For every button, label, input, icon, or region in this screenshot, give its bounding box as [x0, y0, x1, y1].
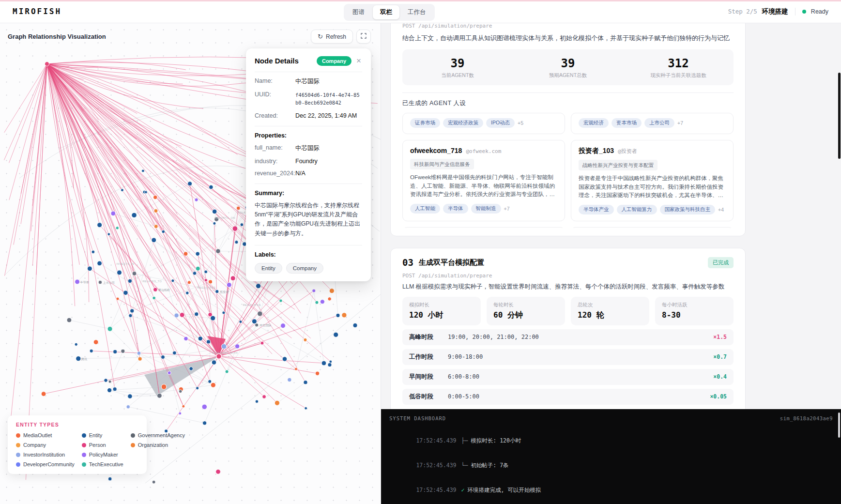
session-id: sim_8618a2043ae9 — [780, 415, 833, 421]
close-icon[interactable]: × — [355, 56, 362, 66]
step-indicator: Step 2/5 — [728, 8, 757, 15]
tag-chip: 资本市场 — [612, 118, 642, 128]
simulation-params: 模拟时长 120 小时 每轮时长 60 分钟 总轮次 120 轮 每小时活跃 8… — [402, 297, 734, 325]
agents-list[interactable]: 证券市场 宏观经济政策 IPO动态 +5 宏观经济 资本市场 上市公司 +7 — [402, 113, 734, 228]
agents-row-partial: 证券市场 宏观经济政策 IPO动态 +5 宏观经济 资本市场 上市公司 +7 — [402, 113, 734, 134]
tag-more: +5 — [518, 120, 523, 126]
node-type-badge: Company — [317, 56, 352, 66]
agent-card[interactable]: 证券市场 宏观经济政策 IPO动态 +5 — [402, 113, 565, 134]
terminal-scrollbar[interactable] — [838, 412, 840, 438]
tab-workbench[interactable]: 工作台 — [400, 5, 433, 19]
section-description: LLM 根据模拟需求与现实种子，智能设置世界时间流速、推荐算法、每个个体的活跃时… — [402, 283, 734, 291]
agent-generation-section: POST /api/simulation/prepare 结合上下文，自动调用工… — [390, 23, 746, 236]
tab-graph[interactable]: 图谱 — [345, 5, 372, 19]
param-hourly-active: 每小时活跃 8-30 — [655, 297, 734, 325]
legend-item-organization: Organization — [131, 442, 185, 448]
legend-item-company: Company — [16, 442, 75, 448]
terminal-header: SYSTEM DASHBOARD sim_8618a2043ae9 — [389, 415, 833, 421]
agent-card-tencent[interactable]: 腾讯_757 @腾讯 互联网科技公司，提供社交平台、数字内容、金融科技、云计算与… — [402, 227, 565, 228]
legend-item-investorinstitution: InvestorInstitution — [16, 452, 75, 458]
legend-item-policymaker: PolicyMaker — [82, 452, 123, 458]
tag-chip: 宏观经济政策 — [443, 118, 483, 128]
loading-accent-bar — [0, 0, 841, 1]
log-line: 17:52:45.439├─模拟时长: 120小时 — [389, 428, 833, 453]
top-bar: MIROFISH 图谱 双栏 工作台 Step 2/5 环境搭建 Ready — [0, 0, 841, 23]
detail-panel-content: POST /api/simulation/prepare 结合上下文，自动调用工… — [381, 23, 736, 433]
divider — [255, 183, 362, 184]
fullscreen-button[interactable] — [356, 30, 371, 44]
agent-stats: 39 当前AGENT数 39 预期AGENT总数 312 现实种子当前关联选题数 — [402, 49, 734, 85]
agent-handle: @投资者 — [618, 148, 637, 155]
agents-row-full: ofweekcom_718 @ofweek.com 科技新闻与产业信息服务 OF… — [402, 140, 734, 222]
field-created: Created: Dec 22, 2025, 1:49 AM — [255, 112, 362, 119]
summary-text: 中芯国际与摩尔线程合作，支持摩尔线程5nm“平湖”系列GPU的研发流片及产能合作… — [255, 201, 362, 239]
agent-card-ofweek[interactable]: ofweekcom_718 @ofweek.com 科技新闻与产业信息服务 OF… — [402, 140, 565, 222]
status-text: Ready — [811, 8, 828, 15]
section-header: 03 生成双平台模拟配置 已完成 — [402, 257, 734, 268]
completed-badge: 已完成 — [708, 257, 734, 268]
agent-tags: 宏观经济 资本市场 上市公司 +7 — [579, 118, 683, 128]
svg-text:摩尔线程: 摩尔线程 — [158, 288, 170, 291]
agent-card-investor[interactable]: 投资者_103 @投资者 战略性新兴产业投资与资本配置 投资者是专注于中国战略性… — [571, 140, 734, 222]
page-scrollbar[interactable] — [838, 73, 841, 159]
property-revenue: revenue_2024: N/A — [255, 170, 362, 177]
svg-text:REGULATES: REGULATES — [243, 304, 261, 306]
api-endpoint: POST /api/simulation/prepare — [402, 23, 734, 29]
svg-text:中芯国际: 中芯国际 — [260, 323, 271, 327]
period-low: 低谷时段 0:00-5:00 ×0.05 — [402, 389, 734, 405]
view-tabs: 图谱 双栏 工作台 — [344, 4, 435, 21]
refresh-icon: ↻ — [318, 33, 323, 40]
agents-list-heading: 已生成的 AGENT 人设 — [402, 92, 734, 107]
property-full-name: full_name: 中芯国际 — [255, 144, 362, 153]
label-chip: Company — [286, 263, 323, 274]
agent-tags: 半导体产业 人工智能算力 国家政策与科技自主 +4 — [579, 205, 726, 214]
tag-chip: 证券市场 — [410, 118, 440, 128]
legend-dot-icon — [16, 462, 20, 467]
legend-dot-icon — [82, 453, 86, 457]
tag-chip: 半导体 — [443, 204, 468, 214]
agent-tags: 人工智能 半导体 智能制造 +7 — [410, 204, 557, 214]
tab-dual-column[interactable]: 双栏 — [373, 5, 399, 19]
system-dashboard-terminal: SYSTEM DASHBOARD sim_8618a2043ae9 17:52:… — [381, 409, 841, 504]
tag-chip: 宏观经济 — [579, 118, 609, 128]
property-industry: industry: Foundry — [255, 158, 362, 165]
node-details-title: Node Details — [255, 57, 313, 65]
summary-heading: Summary: — [255, 190, 362, 197]
top-bar-right: Step 2/5 环境搭建 Ready — [728, 7, 828, 16]
legend-item-techexecutive: TechExecutive — [82, 461, 123, 467]
agent-card-stcn[interactable]: 证券时报网_551 @证券时报网 财经新闻与行业研究媒体机构 证券时报网（stc… — [571, 227, 734, 228]
step-name: 环境搭建 — [762, 7, 788, 16]
agent-handle: @ofweek.com — [466, 148, 501, 154]
legend-dot-icon — [82, 433, 86, 438]
tag-more: +4 — [718, 207, 724, 213]
tag-chip: 人工智能 — [410, 204, 440, 214]
legend-dot-icon — [82, 443, 86, 447]
app-logo: MIROFISH — [13, 7, 61, 16]
svg-text:上市公司: 上市公司 — [103, 281, 115, 284]
legend-grid: MediaOutlet Entity GovernmentAgency Comp… — [16, 432, 138, 467]
legend-item-developercommunity: DeveloperCommunity — [16, 461, 75, 467]
refresh-button[interactable]: ↻ Refresh — [311, 30, 353, 44]
api-endpoint: POST /api/simulation/prepare — [402, 273, 734, 279]
legend-dot-icon — [131, 443, 135, 447]
tag-chip: IPO动态 — [486, 118, 515, 128]
tag-chip: 智能制造 — [471, 204, 501, 214]
legend-item-entity: Entity — [82, 432, 123, 438]
terminal-logs: 17:52:45.439├─模拟时长: 120小时 17:52:45.439└─… — [389, 428, 833, 504]
param-sim-duration: 模拟时长 120 小时 — [402, 297, 481, 325]
entity-types-legend: ENTITY TYPES MediaOutlet Entity Governme… — [8, 415, 147, 474]
agents-row-cut: 腾讯_757 @腾讯 互联网科技公司，提供社交平台、数字内容、金融科技、云计算与… — [402, 227, 734, 228]
tag-chip: 国家政策与科技自主 — [660, 205, 716, 214]
legend-dot-icon — [131, 433, 135, 438]
legend-title: ENTITY TYPES — [16, 422, 138, 428]
agent-card[interactable]: 宏观经济 资本市场 上市公司 +7 — [571, 113, 734, 134]
refresh-label: Refresh — [326, 33, 346, 40]
fullscreen-icon — [361, 33, 367, 40]
log-line: 17:52:45.439└─初始帖子: 7条 — [389, 453, 833, 478]
svg-text:半导体: 半导体 — [80, 280, 89, 284]
divider — [795, 8, 795, 15]
terminal-title: SYSTEM DASHBOARD — [389, 415, 446, 421]
legend-item-person: Person — [82, 442, 123, 448]
stat-seed-topics: 312 现实种子当前关联选题数 — [623, 57, 734, 79]
svg-text:REPORTS_ON: REPORTS_ON — [214, 216, 235, 219]
